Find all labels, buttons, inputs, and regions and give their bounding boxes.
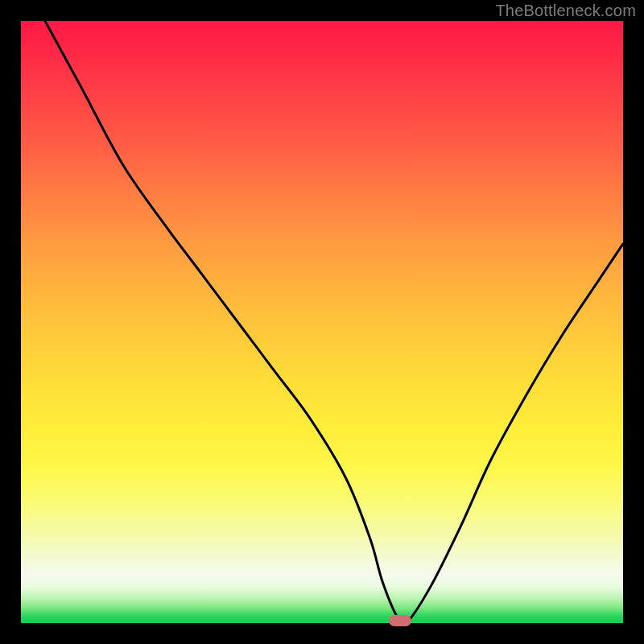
plot-area <box>21 21 623 623</box>
curve-path <box>45 21 623 623</box>
bottleneck-curve <box>21 21 623 623</box>
chart-frame: TheBottleneck.com <box>0 0 644 644</box>
watermark-label: TheBottleneck.com <box>495 2 636 20</box>
minimum-marker <box>389 615 411 626</box>
